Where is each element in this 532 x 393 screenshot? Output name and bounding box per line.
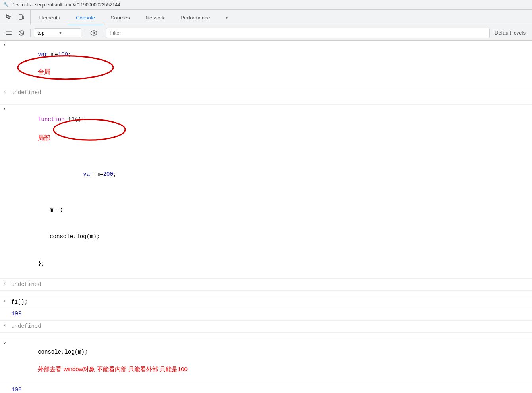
console-line-8: › console.log(m); 外部去看 window对象 不能看内部 只能… <box>0 338 532 384</box>
toolbar-separator-1 <box>30 29 31 37</box>
svg-rect-0 <box>19 15 22 19</box>
line-content-3: function f1(){ 局部 var m=200; m--; consol… <box>11 105 532 278</box>
clear-console-button[interactable] <box>3 27 14 39</box>
console-line-2: ‹ undefined <box>0 87 532 99</box>
input-arrow-8: › <box>0 339 11 346</box>
console-line-1: › var m=100; 全局 <box>0 41 532 87</box>
svg-rect-4 <box>6 34 12 35</box>
tab-bar: Elements Console Sources Network Perform… <box>0 10 532 25</box>
tab-sources[interactable]: Sources <box>103 10 138 25</box>
inspect-element-button[interactable] <box>3 12 14 23</box>
input-arrow-5: › <box>0 297 11 305</box>
console-toolbar: top ▼ Default levels <box>0 25 532 41</box>
line-content-1: var m=100; 全局 <box>11 41 532 86</box>
console-line-7: ‹ undefined <box>0 321 532 333</box>
stop-button[interactable] <box>16 27 27 39</box>
tab-console[interactable]: Console <box>68 10 103 25</box>
console-line-4: ‹ undefined <box>0 279 532 291</box>
annotation-quanju: 全局 <box>38 68 50 75</box>
svg-point-8 <box>93 33 94 33</box>
annotation-jubu: 局部 <box>38 134 50 141</box>
line-content-2: undefined <box>11 88 532 98</box>
svg-rect-1 <box>23 16 24 19</box>
tab-elements[interactable]: Elements <box>31 10 68 25</box>
annotation-waibu: 外部去看 window对象 不能看内部 只能看外部 只能是100 <box>38 366 188 372</box>
tab-performance[interactable]: Performance <box>172 10 218 25</box>
console-line-blank-1 <box>0 99 532 105</box>
output-arrow-2: ‹ <box>0 88 11 95</box>
svg-line-6 <box>19 31 23 35</box>
output-arrow-7: ‹ <box>0 321 11 329</box>
title-bar: 🔧 DevTools - seqmentfault.com/a/11900000… <box>0 0 532 10</box>
output-arrow-4: ‹ <box>0 280 11 287</box>
main-tabs: Elements Console Sources Network Perform… <box>31 10 237 25</box>
tab-bar-tools <box>0 10 31 25</box>
default-levels-label: Default levels <box>491 30 529 36</box>
console-line-9: ‹ 100 <box>0 384 532 393</box>
device-toolbar-button[interactable] <box>16 12 27 23</box>
console-line-3: › function f1(){ 局部 var m=200; m--; cons… <box>0 105 532 279</box>
toolbar-separator-2 <box>85 29 85 37</box>
line-content-4: undefined <box>11 280 532 290</box>
line-content-7: undefined <box>11 321 532 331</box>
devtools-favicon: 🔧 <box>3 2 9 7</box>
tab-network[interactable]: Network <box>138 10 173 25</box>
console-line-blank-2 <box>0 291 532 296</box>
dropdown-arrow-icon: ▼ <box>58 31 78 35</box>
console-output-area: › var m=100; 全局 ‹ undefined › function f… <box>0 41 532 393</box>
input-arrow-1: › <box>0 41 11 49</box>
output-arrow-9: ‹ <box>0 385 11 393</box>
line-content-5: f1(); <box>11 297 532 307</box>
console-line-6: ‹ 199 <box>0 308 532 321</box>
output-arrow-6: ‹ <box>0 309 11 317</box>
input-arrow-3: › <box>0 105 11 113</box>
svg-rect-3 <box>6 33 12 33</box>
toolbar-separator-3 <box>103 29 103 37</box>
console-line-blank-3 <box>0 333 532 338</box>
console-content: › var m=100; 全局 ‹ undefined › function f… <box>0 41 532 393</box>
eye-button[interactable] <box>88 27 99 39</box>
filter-input[interactable] <box>106 28 490 38</box>
line-content-8: console.log(m); 外部去看 window对象 不能看内部 只能看外… <box>11 339 532 383</box>
line-content-6: 199 <box>11 309 532 320</box>
line-content-9: 100 <box>11 385 532 393</box>
console-line-5: › f1(); <box>0 296 532 308</box>
title-text: DevTools - seqmentfault.com/a/1190000023… <box>11 2 120 8</box>
tab-more[interactable]: » <box>218 10 237 25</box>
svg-rect-2 <box>6 31 12 32</box>
context-selector[interactable]: top ▼ <box>34 28 81 37</box>
